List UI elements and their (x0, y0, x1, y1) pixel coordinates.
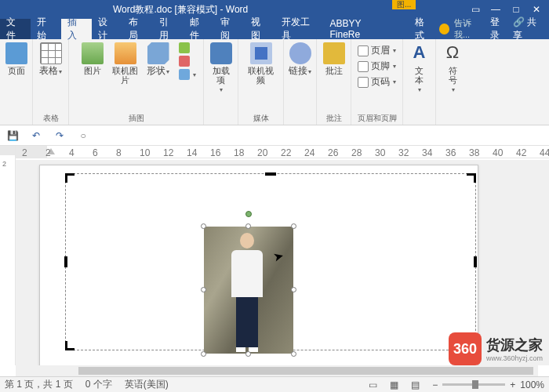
window-maximize-icon[interactable]: □ (507, 2, 525, 17)
pages-button[interactable]: 页面 (1, 42, 32, 75)
status-bar: 第 1 页，共 1 页 0 个字 英语(美国) ▭ ▦ ▤ − + 100% (0, 376, 549, 392)
zoom-in-icon[interactable]: + (510, 379, 515, 390)
crop-corner-tr-icon[interactable] (467, 173, 476, 183)
ruler-tick: 6 (93, 147, 98, 158)
group-label-tables: 表格 (33, 113, 68, 124)
zoom-level[interactable]: 100% (520, 379, 544, 390)
resize-handle-bl-icon[interactable] (201, 351, 206, 357)
footer-button[interactable]: 页脚▾ (358, 60, 396, 73)
ruler-tick: 4 (69, 147, 75, 158)
online-pictures-icon (115, 42, 136, 64)
crop-mid-top-icon[interactable] (265, 172, 276, 176)
tab-home[interactable]: 开始 (31, 19, 61, 39)
record-icon[interactable]: ○ (77, 129, 89, 142)
ruler-tick: 24 (304, 147, 314, 158)
ruler-tick: 18 (234, 147, 244, 158)
group-label-headerfooter: 页眉和页脚 (351, 113, 402, 124)
ruler-tick: 16 (210, 147, 220, 158)
tab-references[interactable]: 引用 (153, 19, 184, 39)
undo-icon[interactable]: ↶ (30, 129, 42, 142)
ruler-horizontal[interactable]: 2246810121416182022242628303234363840424… (16, 146, 549, 158)
ruler-tick: 32 (398, 147, 409, 158)
resize-handle-br-icon[interactable] (291, 351, 296, 357)
crop-mid-left-icon[interactable] (64, 256, 67, 267)
crop-mid-right-icon[interactable] (474, 256, 477, 267)
ruler-tick: 12 (163, 147, 173, 158)
window-minimize-icon[interactable]: — (486, 2, 505, 17)
pictures-button[interactable]: 图片 (77, 42, 108, 85)
tab-layout[interactable]: 布局 (122, 19, 153, 39)
screenshot-button[interactable]: ▾ (179, 69, 196, 80)
share-button[interactable]: 🔗 共享 (513, 16, 544, 42)
pagenum-button[interactable]: 页码▾ (358, 75, 396, 89)
redo-icon[interactable]: ↷ (53, 129, 66, 142)
tellme-text[interactable]: 告诉我... (454, 17, 485, 41)
ruler-tick: 26 (328, 147, 338, 158)
status-page[interactable]: 第 1 页，共 1 页 (5, 378, 73, 391)
tab-abbyy[interactable]: ABBYY FineRe (323, 19, 397, 39)
view-print-icon[interactable]: ▦ (390, 379, 398, 390)
zoom-slider[interactable] (442, 383, 505, 386)
document-title: Word教程.doc [兼容模式] - Word (113, 3, 248, 16)
tab-devtools[interactable]: 开发工具 (275, 19, 324, 39)
ruler-tick: 2 (22, 147, 27, 158)
tab-review[interactable]: 审阅 (214, 19, 245, 39)
resize-handle-tl-icon[interactable] (201, 223, 206, 229)
tab-view[interactable]: 视图 (245, 19, 275, 39)
tab-design[interactable]: 设计 (92, 19, 122, 39)
textbox-button[interactable]: A 文 本▾ (404, 42, 435, 93)
table-button[interactable]: 表格▾ (35, 42, 67, 77)
online-pictures-button[interactable]: 联机图片 (110, 42, 141, 85)
zoom-out-icon[interactable]: − (432, 379, 438, 390)
status-words[interactable]: 0 个字 (85, 378, 112, 391)
header-button[interactable]: 页眉▾ (358, 44, 396, 57)
resize-handle-rm-icon[interactable] (291, 287, 296, 292)
shapes-button[interactable]: 形状▾ (143, 42, 174, 85)
view-web-icon[interactable]: ▤ (411, 379, 420, 390)
selected-image[interactable] (204, 227, 293, 354)
ruler-tick: 8 (116, 147, 122, 158)
ruler-vertical[interactable]: 2 (0, 146, 16, 365)
signin-link[interactable]: 登录 (490, 16, 508, 42)
view-read-icon[interactable]: ▭ (369, 379, 377, 390)
tab-file[interactable]: 文件 (0, 19, 31, 39)
addins-button[interactable]: 加载 项▾ (205, 42, 237, 93)
scrollbar-horizontal[interactable] (16, 365, 538, 376)
resize-handle-lm-icon[interactable] (201, 287, 206, 292)
ruler-tick: 10 (140, 147, 150, 158)
crop-corner-tl-icon[interactable] (65, 173, 75, 183)
smartart-icon (179, 42, 190, 53)
ruler-tick: 44 (540, 147, 549, 158)
chart-button[interactable] (179, 56, 196, 67)
online-video-button[interactable]: 联机视频 (245, 42, 277, 85)
group-label-comments: 批注 (317, 113, 351, 124)
resize-handle-bm-icon[interactable] (245, 351, 251, 357)
status-language[interactable]: 英语(美国) (125, 378, 169, 391)
rotate-handle-icon[interactable] (245, 211, 252, 217)
comment-icon (323, 42, 345, 64)
ruler-tick: 14 (187, 147, 197, 158)
save-icon[interactable]: 💾 (6, 129, 19, 142)
tab-mailings[interactable]: 邮件 (184, 19, 214, 39)
window-user-icon[interactable]: ▭ (466, 2, 485, 17)
addins-icon (210, 42, 232, 64)
smartart-button[interactable] (179, 42, 196, 53)
comment-button[interactable]: 批注 (318, 42, 350, 75)
video-icon (250, 42, 272, 64)
scrollbar-thumb[interactable] (78, 367, 533, 375)
links-icon (289, 42, 311, 64)
symbol-button[interactable]: Ω 符 号▾ (437, 42, 468, 93)
window-close-icon[interactable]: ✕ (527, 2, 546, 17)
pagenum-icon (358, 77, 369, 88)
tab-insert[interactable]: 插入 (61, 19, 92, 39)
ruler-tick: 34 (422, 147, 432, 158)
tellme-bulb-icon (439, 24, 449, 34)
crop-corner-bl-icon[interactable] (65, 341, 75, 350)
page-icon (5, 42, 27, 64)
image-content (227, 233, 267, 350)
resize-handle-tm-icon[interactable] (245, 223, 251, 229)
links-button[interactable]: 链接▾ (285, 42, 316, 77)
resize-handle-tr-icon[interactable] (291, 223, 296, 229)
screenshot-icon (179, 69, 190, 80)
tab-format[interactable]: 格式 (409, 19, 439, 39)
